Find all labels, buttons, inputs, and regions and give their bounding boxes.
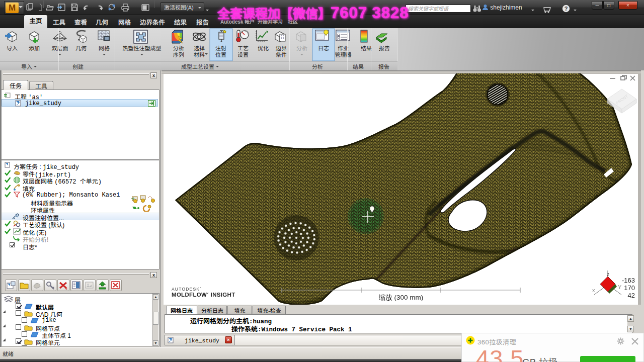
svg-text:?: ?	[565, 6, 568, 12]
svg-text:缩放 (300 mm): 缩放 (300 mm)	[379, 292, 424, 302]
svg-text:z: z	[607, 271, 610, 277]
svg-text:x: x	[592, 287, 595, 293]
svg-text:MOLDFLOW´ INSIGHT: MOLDFLOW´ INSIGHT	[172, 292, 235, 298]
svg-text:AUTODESK´: AUTODESK´	[172, 287, 202, 292]
svg-text:-163: -163	[622, 277, 635, 284]
svg-text:Y: Y	[618, 284, 622, 290]
svg-text:42: 42	[628, 292, 635, 299]
svg-text:170: 170	[624, 284, 635, 292]
